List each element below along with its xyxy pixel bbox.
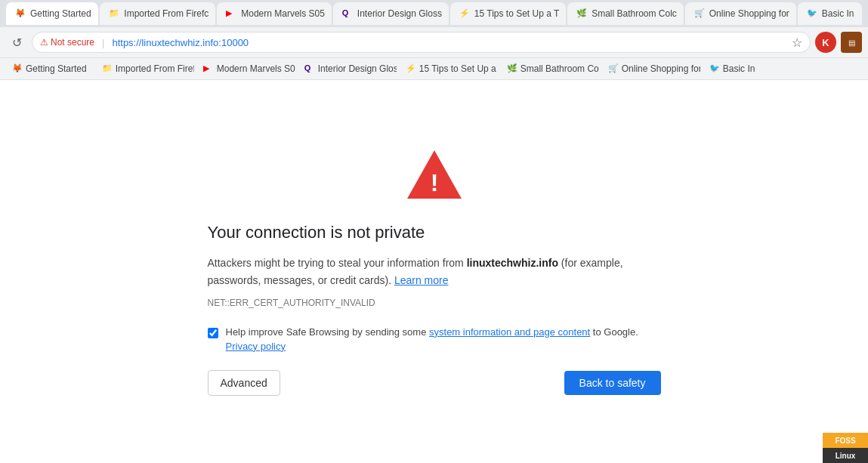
learn-more-link[interactable]: Learn more xyxy=(394,274,449,286)
bookmark-label-7: Online Shopping for xyxy=(622,63,700,74)
tab-bar: 🦊 Getting Started 📁 Imported From Firefc… xyxy=(0,0,868,27)
not-secure-badge: ⚠ Not secure xyxy=(40,37,94,48)
safe-browsing-text-before: Help improve Safe Browsing by sending so… xyxy=(226,326,430,338)
back-to-safety-button[interactable]: Back to safety xyxy=(564,371,661,395)
bookmark-tips[interactable]: ⚡ 15 Tips to Set Up a T xyxy=(400,62,498,76)
button-row: Advanced Back to safety xyxy=(208,370,661,396)
not-secure-label: Not secure xyxy=(51,37,94,48)
safe-browsing-text-after: to Google. xyxy=(590,326,638,338)
tab-favicon-7: 🛒 xyxy=(694,8,705,19)
bookmark-label-3: Modern Marvels S05 xyxy=(217,63,295,74)
foss-linux-badge: FOSS Linux xyxy=(823,433,868,463)
address-bar-row: ↺ ⚠ Not secure | https://linuxtechwhiz.i… xyxy=(0,27,868,57)
tab-favicon-3: ▶ xyxy=(226,8,236,19)
bookmarks-bar: 🦊 Getting Started 📁 Imported From Firefo… xyxy=(0,57,868,80)
svg-text:!: ! xyxy=(430,169,438,196)
tab-label-3: Modern Marvels S05 xyxy=(241,8,325,19)
tab-label-8: Basic In xyxy=(822,8,854,19)
address-bar[interactable]: ⚠ Not secure | https://linuxtechwhiz.inf… xyxy=(32,32,811,53)
browser-chrome: 🦊 Getting Started 📁 Imported From Firefc… xyxy=(0,0,868,80)
error-container: ! Your connection is not private Attacke… xyxy=(208,147,661,396)
tab-favicon-4: Q xyxy=(342,8,353,19)
bookmark-icon-2: 📁 xyxy=(102,63,113,74)
tab-quora[interactable]: Q Interior Design Gloss xyxy=(333,2,449,25)
bookmark-label-8: Basic In xyxy=(723,63,755,74)
bookmark-label-5: 15 Tips to Set Up a T xyxy=(419,63,498,74)
bookmark-label-2: Imported From Firefo xyxy=(116,63,194,74)
error-description: Attackers might be trying to steal your … xyxy=(208,255,661,289)
bookmark-star-icon[interactable]: ☆ xyxy=(792,35,802,50)
tab-favicon-2: 📁 xyxy=(109,8,119,19)
tab-shopping[interactable]: 🛒 Online Shopping for xyxy=(685,2,796,25)
reload-button[interactable]: ↺ xyxy=(6,32,27,53)
tab-label-7: Online Shopping for xyxy=(709,8,789,19)
bookmark-basic[interactable]: 🐦 Basic In xyxy=(703,62,761,76)
warning-icon-container: ! xyxy=(404,147,465,205)
bookmark-icon-7: 🛒 xyxy=(608,63,619,74)
bookmark-icon-8: 🐦 xyxy=(709,63,720,74)
bookmark-modern-marvels[interactable]: ▶ Modern Marvels S05 xyxy=(197,62,295,76)
safe-browsing-label: Help improve Safe Browsing by sending so… xyxy=(226,326,638,352)
bookmark-icon-6: 🌿 xyxy=(507,63,517,74)
warning-triangle-svg: ! xyxy=(404,147,465,202)
tab-bathroom[interactable]: 🌿 Small Bathroom Colc xyxy=(567,2,684,25)
tab-favicon: 🦊 xyxy=(15,8,26,19)
tab-favicon-8: 🐦 xyxy=(807,8,817,19)
system-info-link[interactable]: system information and page content xyxy=(429,326,590,338)
bookmark-bathroom[interactable]: 🌿 Small Bathroom Colo xyxy=(501,62,599,76)
error-domain: linuxtechwhiz.info xyxy=(467,257,558,269)
description-before: Attackers might be trying to steal your … xyxy=(208,257,467,269)
tab-active[interactable]: 🦊 Getting Started xyxy=(6,2,98,25)
tab-label-4: Interior Design Gloss xyxy=(357,8,442,19)
tab-label: Getting Started xyxy=(30,8,91,19)
warning-triangle-icon: ⚠ xyxy=(40,37,48,48)
bookmark-interior-design[interactable]: Q Interior Design Gloss xyxy=(298,62,397,76)
tab-label-5: 15 Tips to Set Up a T xyxy=(474,8,560,19)
bookmark-getting-started[interactable]: 🦊 Getting Started xyxy=(6,62,93,76)
tab-favicon-5: ⚡ xyxy=(459,8,470,19)
bookmark-imported[interactable]: 📁 Imported From Firefo xyxy=(96,62,194,76)
url-display[interactable]: https://linuxtechwhiz.info:10000 xyxy=(112,37,787,48)
bookmark-icon-5: ⚡ xyxy=(406,63,416,74)
tab-basic[interactable]: 🐦 Basic In xyxy=(798,2,862,25)
tab-imported[interactable]: 📁 Imported From Firefc xyxy=(100,2,215,25)
safe-browsing-row: Help improve Safe Browsing by sending so… xyxy=(208,326,638,352)
address-separator: | xyxy=(102,37,104,48)
extension-button[interactable]: ▤ xyxy=(841,32,862,53)
privacy-policy-link[interactable]: Privacy policy xyxy=(226,341,638,352)
error-title: Your connection is not private xyxy=(208,223,425,242)
foss-top-label: FOSS xyxy=(823,433,868,448)
profile-button[interactable]: K xyxy=(815,32,836,53)
bookmark-label-6: Small Bathroom Colo xyxy=(520,63,599,74)
foss-bottom-label: Linux xyxy=(823,448,868,463)
tab-label-6: Small Bathroom Colc xyxy=(592,8,677,19)
bookmark-shopping[interactable]: 🛒 Online Shopping for xyxy=(602,62,700,76)
tab-tips[interactable]: ⚡ 15 Tips to Set Up a T xyxy=(450,2,566,25)
tab-favicon-6: 🌿 xyxy=(576,8,587,19)
advanced-button[interactable]: Advanced xyxy=(208,370,280,396)
bookmark-icon-3: ▶ xyxy=(203,63,214,74)
content-area: ! Your connection is not private Attacke… xyxy=(0,80,868,463)
tab-youtube[interactable]: ▶ Modern Marvels S05 xyxy=(217,2,332,25)
bookmark-icon-4: Q xyxy=(304,63,315,74)
bookmark-label-4: Interior Design Gloss xyxy=(318,63,397,74)
safe-browsing-checkbox[interactable] xyxy=(208,328,218,338)
bookmark-icon-1: 🦊 xyxy=(12,63,23,74)
tab-label-2: Imported From Firefc xyxy=(124,8,209,19)
bookmark-label-1: Getting Started xyxy=(26,63,87,74)
error-code: NET::ERR_CERT_AUTHORITY_INVALID xyxy=(208,298,375,308)
